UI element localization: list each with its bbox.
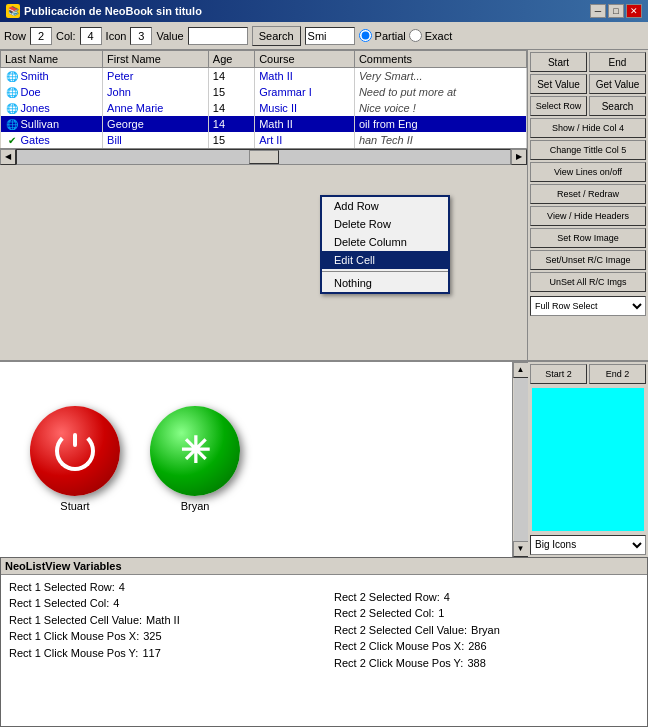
window-controls: ─ □ ✕ — [590, 4, 642, 18]
reset-redraw-button[interactable]: Reset / Redraw — [530, 184, 646, 204]
cell-comment: Very Smart... — [354, 68, 526, 85]
start-end-row: Start End — [530, 52, 646, 72]
full-row-select-dropdown[interactable]: Full Row Select — [530, 296, 646, 316]
table-row[interactable]: ✔Gates Bill 15 Art II han Tech II — [1, 132, 527, 148]
set-row-image-button[interactable]: Set Row Image — [530, 228, 646, 248]
ctx-nothing[interactable]: Nothing — [322, 274, 448, 292]
search-input[interactable] — [305, 27, 355, 45]
cell-course: Music II — [255, 100, 355, 116]
big-icons-dropdown-row: Big Icons — [530, 535, 646, 555]
stuart-label: Stuart — [60, 500, 89, 512]
cell-lastname: 🌐Jones — [1, 100, 103, 116]
show-hide-button[interactable]: Show / Hide Col 4 — [530, 118, 646, 138]
cell-comment: oil from Eng — [354, 116, 526, 132]
data-table: Last Name First Name Age Course Comments… — [0, 50, 527, 148]
right-cyan-panel: Start 2 End 2 Big Icons — [528, 362, 648, 557]
var-rect2-mousey: Rect 2 Click Mouse Pos Y: 388 — [334, 655, 639, 672]
value-input[interactable] — [188, 27, 248, 45]
cell-age: 15 — [208, 132, 254, 148]
icon-vscroll: ▲ ▼ — [512, 362, 528, 557]
right-panel: Start End Set Value Get Value Select Row… — [528, 50, 648, 360]
row-icon: 🌐 — [5, 85, 19, 99]
row-icon: ✔ — [5, 133, 19, 147]
value-label: Value — [156, 30, 183, 42]
variables-section: NeoListView Variables Rect 1 Selected Ro… — [0, 557, 648, 727]
top-section: Last Name First Name Age Course Comments… — [0, 50, 648, 362]
variables-col2: Rect 2 Selected Row: 4 Rect 2 Selected C… — [334, 579, 639, 672]
search-right-button[interactable]: Search — [589, 96, 646, 116]
var-rect1-mousey: Rect 1 Click Mouse Pos Y: 117 — [9, 645, 314, 662]
cell-age: 14 — [208, 68, 254, 85]
view-hide-headers-button[interactable]: View / Hide Headers — [530, 206, 646, 226]
icon-area: Stuart ✳ Bryan — [0, 362, 512, 557]
col-header-age: Age — [208, 51, 254, 68]
cell-comment: Nice voice ! — [354, 100, 526, 116]
scroll-right-btn[interactable]: ▶ — [511, 149, 527, 165]
bryan-icon-figure: ✳ Bryan — [150, 406, 240, 512]
cyan-display-box — [532, 388, 644, 531]
get-value-button[interactable]: Get Value — [589, 74, 646, 94]
search-button[interactable]: Search — [252, 26, 301, 46]
row-icon: 🌐 — [5, 69, 19, 83]
variables-col1: Rect 1 Selected Row: 4 Rect 1 Selected C… — [9, 579, 314, 672]
view-lines-button[interactable]: View Lines on/off — [530, 162, 646, 182]
maximize-button[interactable]: □ — [608, 4, 624, 18]
col-header-lastname: Last Name — [1, 51, 103, 68]
table-row[interactable]: 🌐Doe John 15 Grammar I Need to put more … — [1, 84, 527, 100]
cell-firstname: Peter — [103, 68, 209, 85]
ctx-separator — [322, 271, 448, 272]
list-area: Last Name First Name Age Course Comments… — [0, 50, 528, 360]
minimize-button[interactable]: ─ — [590, 4, 606, 18]
end2-button[interactable]: End 2 — [589, 364, 646, 384]
cell-course: Art II — [255, 132, 355, 148]
table-row[interactable]: 🌐Smith Peter 14 Math II Very Smart... — [1, 68, 527, 85]
vscroll-down-btn[interactable]: ▼ — [513, 541, 529, 557]
bryan-icon[interactable]: ✳ — [150, 406, 240, 496]
var-rect1-cellval: Rect 1 Selected Cell Value: Math II — [9, 612, 314, 629]
end-button[interactable]: End — [589, 52, 646, 72]
row-input[interactable] — [30, 27, 52, 45]
variables-body: Rect 1 Selected Row: 4 Rect 1 Selected C… — [1, 575, 647, 676]
col-header-comments: Comments — [354, 51, 526, 68]
table-row-selected[interactable]: 🌐Sullivan George 14 Math II oil from Eng — [1, 116, 527, 132]
var-rect1-row: Rect 1 Selected Row: 4 — [9, 579, 314, 596]
app-icon: 📚 — [6, 4, 20, 18]
cell-course: Grammar I — [255, 84, 355, 100]
big-icons-dropdown[interactable]: Big Icons — [530, 535, 646, 555]
select-row-button[interactable]: Select Row — [530, 96, 587, 116]
power-icon — [55, 431, 95, 471]
change-title-button[interactable]: Change Tittle Col 5 — [530, 140, 646, 160]
row-label: Row — [4, 30, 26, 42]
stuart-icon-figure: Stuart — [30, 406, 120, 512]
table-row[interactable]: 🌐Jones Anne Marie 14 Music II Nice voice… — [1, 100, 527, 116]
start2-button[interactable]: Start 2 — [530, 364, 587, 384]
cell-lastname: 🌐Doe — [1, 84, 103, 100]
partial-radio[interactable] — [359, 29, 372, 42]
exact-radio[interactable] — [409, 29, 422, 42]
scroll-left-btn[interactable]: ◀ — [0, 149, 16, 165]
col-input[interactable] — [80, 27, 102, 45]
title-bar: 📚 Publicación de NeoBook sin titulo ─ □ … — [0, 0, 648, 22]
search-mode: Partial Exact — [359, 29, 453, 42]
var-rect2-mousex: Rect 2 Click Mouse Pos X: 286 — [334, 638, 639, 655]
cell-lastname: ✔Gates — [1, 132, 103, 148]
unset-all-button[interactable]: UnSet All R/C Imgs — [530, 272, 646, 292]
ctx-add-row[interactable]: Add Row — [322, 197, 448, 215]
vscroll-up-btn[interactable]: ▲ — [513, 362, 529, 378]
set-unset-rc-button[interactable]: Set/Unset R/C Image — [530, 250, 646, 270]
close-button[interactable]: ✕ — [626, 4, 642, 18]
ctx-delete-column[interactable]: Delete Column — [322, 233, 448, 251]
icon-input[interactable] — [130, 27, 152, 45]
start-button[interactable]: Start — [530, 52, 587, 72]
vscroll-track[interactable] — [514, 378, 528, 541]
var-rect2-cellval: Rect 2 Selected Cell Value: Bryan — [334, 622, 639, 639]
scroll-thumb[interactable] — [249, 150, 279, 164]
set-get-row: Set Value Get Value — [530, 74, 646, 94]
scroll-track[interactable] — [16, 149, 511, 165]
start2-end2-row: Start 2 End 2 — [530, 364, 646, 384]
main-area: Last Name First Name Age Course Comments… — [0, 50, 648, 727]
stuart-icon[interactable] — [30, 406, 120, 496]
set-value-button[interactable]: Set Value — [530, 74, 587, 94]
ctx-edit-cell[interactable]: Edit Cell — [322, 251, 448, 269]
ctx-delete-row[interactable]: Delete Row — [322, 215, 448, 233]
